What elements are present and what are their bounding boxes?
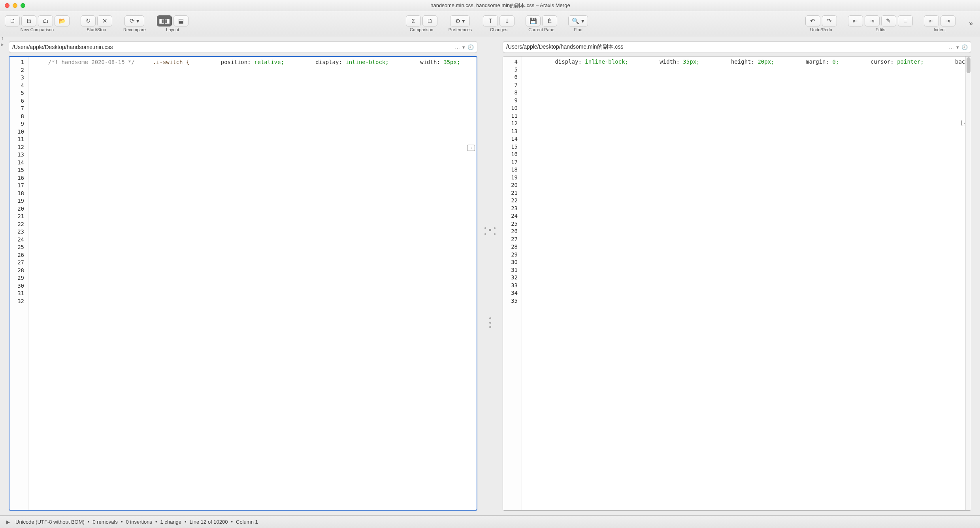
right-editor[interactable]: 4567891011121314151617181920212223242526… [503,56,971,511]
preferences-button[interactable]: ⚙ ▾ [450,15,470,26]
path-history-icon[interactable]: 🕘 [961,44,968,50]
toolbar-group-label: New Comparison [21,27,54,32]
right-gutter: 4567891011121314151617181920212223242526… [503,57,522,510]
toolbar-group-label: Start/Stop [87,27,106,32]
undo-button[interactable]: ↶ [805,15,820,26]
edit-3-button[interactable]: ✎ [881,15,896,26]
edit-pane-button[interactable]: É [542,15,557,26]
find-button[interactable]: 🔍 ▾ [568,15,588,26]
left-code[interactable]: /*! handsome 2020-08-15 */ .i-switch { p… [28,57,477,510]
toolbar: 🗋 🗎 🗂 📂 New Comparison ↻ ✕ Start/Stop ⟳ … [0,11,980,36]
right-path-text: /Users/apple/Desktop/handsome.min的副本.css [506,43,946,51]
toolbar-group-label: Recompare [123,27,146,32]
comparison-sigma-button[interactable]: Σ [406,15,421,26]
left-path-text: /Users/apple/Desktop/handsome.min.css [12,44,452,50]
next-change-button[interactable]: ⤓ [499,15,514,26]
left-editor[interactable]: 1234567891011121314151617181920212223242… [9,56,477,511]
comparison-doc-button[interactable]: 🗋 [422,15,437,26]
left-gutter: 1234567891011121314151617181920212223242… [9,57,28,510]
layout-vertical-button[interactable]: ⬓ [173,15,188,26]
pane-top-icon[interactable]: ⤒ [1,36,4,41]
window-title: handsome.min.css, handsome.min的副本.css – … [25,2,975,9]
center-strip: ●● ●● [482,36,498,515]
status-insertions: 0 insertions [126,519,152,525]
main-area: ⤒ ▶ /Users/apple/Desktop/handsome.min.cs… [0,36,980,515]
outdent-button[interactable]: ⇤ [924,15,939,26]
toolbar-overflow-button[interactable]: » [967,19,975,28]
status-removals: 0 removals [92,519,118,525]
status-column: Column 1 [236,519,258,525]
toolbar-group-label: Undo/Redo [810,27,832,32]
right-path-bar[interactable]: /Users/apple/Desktop/handsome.min的副本.css… [503,41,971,53]
left-path-bar[interactable]: /Users/apple/Desktop/handsome.min.css … … [9,41,477,53]
stop-button[interactable]: ✕ [97,15,112,26]
recompare-button[interactable]: ⟳ ▾ [124,15,144,26]
redo-button[interactable]: ↷ [822,15,837,26]
path-ellipsis-icon[interactable]: … [949,44,954,50]
right-code[interactable]: display: inline-block; width: 35px; heig… [522,57,971,510]
status-play-icon[interactable]: ▶ [6,519,10,525]
window-zoom-button[interactable] [21,3,25,8]
path-history-icon[interactable]: 🕘 [467,44,474,50]
toolbar-group-label: Indent [934,27,946,32]
indent-button[interactable]: ⇥ [940,15,956,26]
path-ellipsis-icon[interactable]: … [455,44,460,50]
pane-play-icon[interactable]: ▶ [1,42,4,47]
status-bar: ▶ Unicode (UTF-8 without BOM) • 0 remova… [0,515,980,528]
scroll-thumb[interactable] [967,57,971,73]
edit-2-button[interactable]: ⇥ [865,15,880,26]
edit-4-button[interactable]: ≡ [898,15,913,26]
left-pane: /Users/apple/Desktop/handsome.min.css … … [4,36,482,515]
center-marker-icon [489,229,491,231]
right-pane: /Users/apple/Desktop/handsome.min的副本.css… [498,36,976,515]
restart-button[interactable]: ↻ [81,15,96,26]
toolbar-group-label: Changes [490,27,507,32]
toolbar-group-label: Preferences [449,27,472,32]
toolbar-group-label: Layout [166,27,179,32]
layout-horizontal-button[interactable]: ◧◨ [157,15,172,26]
save-pane-button[interactable]: 💾 [526,15,541,26]
edit-1-button[interactable]: ⇤ [848,15,863,26]
new-binary-compare-button[interactable]: 🗎 [21,15,36,26]
new-folder-compare-button[interactable]: 🗂 [38,15,53,26]
open-button[interactable]: 📂 [55,15,70,26]
prev-change-button[interactable]: ⤒ [483,15,498,26]
new-text-compare-button[interactable]: 🗋 [5,15,20,26]
status-encoding: Unicode (UTF-8 without BOM) [15,519,85,525]
path-dropdown-icon[interactable]: ▾ [462,44,465,50]
status-position: Line 12 of 10200 [190,519,228,525]
right-scrollbar-v[interactable] [965,57,971,510]
toolbar-group-label: Find [574,27,582,32]
toolbar-group-label: Comparison [410,27,433,32]
push-right-button[interactable]: → [467,145,475,151]
path-dropdown-icon[interactable]: ▾ [956,44,959,50]
toolbar-group-label: Current Pane [528,27,554,32]
title-bar: handsome.min.css, handsome.min的副本.css – … [0,0,980,11]
center-handle[interactable] [489,317,491,328]
window-close-button[interactable] [5,3,9,8]
toolbar-group-label: Edits [876,27,885,32]
status-changes: 1 change [160,519,182,525]
window-minimize-button[interactable] [13,3,17,8]
